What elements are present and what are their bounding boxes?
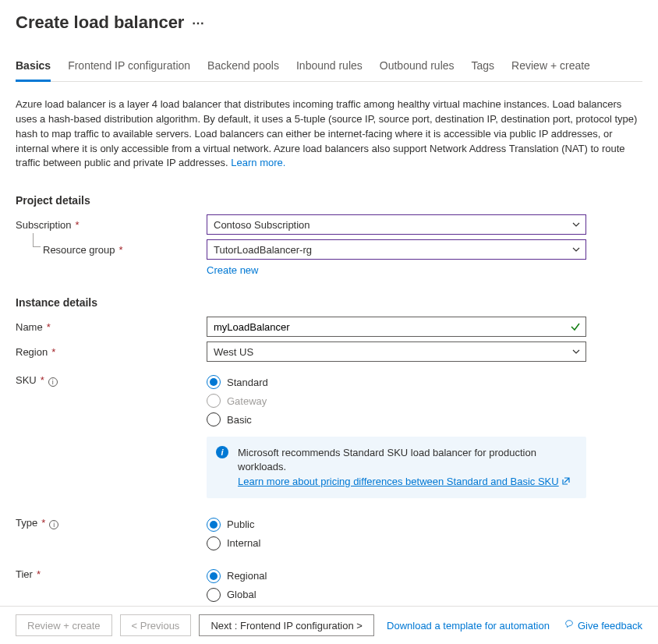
sku-option-gateway: Gateway xyxy=(207,391,586,410)
project-details-heading: Project details xyxy=(16,194,642,207)
type-option-internal[interactable]: Internal xyxy=(207,534,586,553)
sku-label: SKU* i xyxy=(16,370,207,386)
name-label: Name* xyxy=(16,317,207,333)
create-new-link[interactable]: Create new xyxy=(207,264,258,276)
tier-label: Tier* xyxy=(16,564,207,580)
subscription-dropdown[interactable]: Contoso Subscription xyxy=(207,214,586,235)
type-label: Type* i xyxy=(16,512,207,529)
resource-group-label: Resource group* xyxy=(16,239,207,256)
info-icon[interactable]: i xyxy=(49,520,58,529)
tab-tags[interactable]: Tags xyxy=(472,55,495,82)
next-button[interactable]: Next : Frontend IP configuration > xyxy=(199,614,374,636)
tier-radio-group: Regional Global xyxy=(207,564,586,604)
sku-option-basic[interactable]: Basic xyxy=(207,410,586,429)
sku-recommendation-box: i Microsoft recommends Standard SKU load… xyxy=(207,437,586,498)
tab-frontend-ip[interactable]: Frontend IP configuration xyxy=(68,55,190,82)
tier-option-regional[interactable]: Regional xyxy=(207,567,586,586)
tabs-bar: Basics Frontend IP configuration Backend… xyxy=(16,55,642,82)
sku-pricing-link[interactable]: Learn more about pricing differences bet… xyxy=(238,476,570,487)
give-feedback-link[interactable]: Give feedback xyxy=(564,619,642,632)
sku-option-standard[interactable]: Standard xyxy=(207,373,586,391)
type-radio-group: Public Internal xyxy=(207,512,586,553)
page-title: Create load balancer ⋯ xyxy=(16,12,642,33)
previous-button: < Previous xyxy=(120,614,192,636)
sku-radio-group: Standard Gateway Basic xyxy=(207,370,586,429)
learn-more-link[interactable]: Learn more. xyxy=(231,157,285,168)
name-input[interactable] xyxy=(207,317,586,337)
tab-outbound-rules[interactable]: Outbound rules xyxy=(380,55,455,82)
chevron-down-icon xyxy=(571,220,581,229)
feedback-icon xyxy=(564,619,575,632)
resource-group-dropdown[interactable]: TutorLoadBalancer-rg xyxy=(207,239,586,260)
check-icon xyxy=(570,321,581,332)
more-actions-icon[interactable]: ⋯ xyxy=(192,16,205,30)
tab-review-create[interactable]: Review + create xyxy=(511,55,590,82)
tab-inbound-rules[interactable]: Inbound rules xyxy=(296,55,363,82)
tab-backend-pools[interactable]: Backend pools xyxy=(207,55,279,82)
chevron-down-icon xyxy=(571,245,581,254)
review-create-button: Review + create xyxy=(16,614,112,636)
page-title-text: Create load balancer xyxy=(16,12,184,33)
type-option-public[interactable]: Public xyxy=(207,515,586,534)
info-icon[interactable]: i xyxy=(48,377,58,387)
tier-option-global[interactable]: Global xyxy=(207,586,586,604)
instance-details-heading: Instance details xyxy=(16,296,642,309)
region-label: Region* xyxy=(16,341,207,358)
info-icon: i xyxy=(216,446,228,458)
download-template-link[interactable]: Download a template for automation xyxy=(387,620,550,632)
tab-basics[interactable]: Basics xyxy=(16,55,51,82)
chevron-down-icon xyxy=(571,347,581,356)
intro-text: Azure load balancer is a layer 4 load ba… xyxy=(16,94,642,180)
hierarchy-connector-icon xyxy=(33,233,41,247)
external-link-icon xyxy=(562,475,570,489)
region-dropdown[interactable]: West US xyxy=(207,341,586,362)
footer-bar: Review + create < Previous Next : Fronte… xyxy=(0,606,658,644)
subscription-label: Subscription* xyxy=(16,214,207,231)
